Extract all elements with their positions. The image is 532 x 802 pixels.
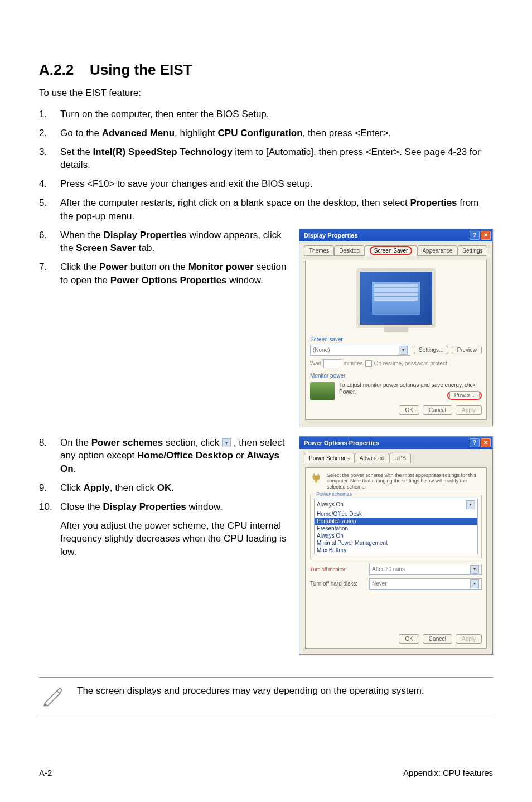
wait-minutes: minutes [344, 360, 363, 366]
window-title: Power Options Properties [304, 439, 379, 446]
step-num: 5. [39, 196, 60, 223]
dd-item-home[interactable]: Home/Office Desk [315, 510, 477, 518]
wait-spinner[interactable] [323, 359, 341, 368]
tab-power-schemes[interactable]: Power Schemes [304, 453, 355, 463]
chevron-down-icon: ▾ [470, 579, 479, 588]
section-number: A.2.2 [39, 61, 74, 78]
footer-section: Appendix: CPU features [403, 768, 493, 777]
tab-advanced[interactable]: Advanced [355, 453, 389, 463]
ok-button[interactable]: OK [399, 405, 419, 415]
turnoff-monitor-label: Turn off monitor: [310, 567, 366, 572]
step-4: Press <F10> to save your changes and exi… [60, 177, 493, 191]
wait-label: Wait [310, 360, 321, 366]
step-6: When the Display Properties window appea… [60, 229, 289, 255]
section-heading: A.2.2 Using the EIST [39, 61, 493, 79]
turnoff-monitor-select[interactable]: After 20 mins▾ [369, 564, 482, 575]
tab-ups[interactable]: UPS [389, 453, 411, 463]
tab-appearance[interactable]: Appearance [417, 245, 457, 256]
power-desc: Select the power scheme with the most ap… [327, 472, 482, 490]
resume-checkbox[interactable] [365, 360, 372, 367]
dd-item-minimal[interactable]: Minimal Power Management [315, 539, 477, 547]
step-num: 2. [39, 127, 60, 140]
dd-item-presentation[interactable]: Presentation [315, 525, 477, 532]
dd-item-always[interactable]: Always On [315, 532, 477, 539]
titlebar: Display Properties ? ✕ [299, 229, 492, 241]
settings-button[interactable]: Settings... [414, 346, 448, 354]
power-options-window: Power Options Properties ? ✕ Power Schem… [299, 436, 493, 655]
note-text: The screen displays and procedures may v… [77, 684, 493, 698]
pencil-note-icon [39, 684, 67, 709]
step-7: Click the Power button on the Monitor po… [60, 260, 289, 287]
step-5: After the computer restarts, right click… [60, 196, 493, 223]
tab-screensaver[interactable]: Screen Saver [365, 245, 418, 256]
page-number: A-2 [39, 768, 52, 777]
display-properties-window: Display Properties ? ✕ Themes Desktop Sc… [299, 229, 493, 426]
close-icon[interactable]: ✕ [481, 438, 491, 447]
ok-button[interactable]: OK [399, 634, 419, 644]
tab-themes[interactable]: Themes [304, 245, 334, 256]
cancel-button[interactable]: Cancel [423, 634, 452, 644]
step-num: 8. [39, 436, 60, 476]
window-title: Display Properties [304, 232, 358, 239]
step-num: 10. [39, 500, 60, 514]
screensaver-select[interactable]: (None)▾ [310, 345, 410, 356]
note-box: The screen displays and procedures may v… [39, 677, 493, 716]
chevron-down-icon: ▾ [222, 438, 231, 447]
step-9: Click Apply, then click OK. [60, 481, 289, 495]
step-3: Set the Intel(R) SpeedStep Technology it… [60, 146, 493, 172]
step-10-after: After you adjust the power scheme, the C… [60, 519, 289, 559]
power-schemes-label: Power schemes [314, 491, 354, 497]
close-icon[interactable]: ✕ [481, 231, 491, 240]
cancel-button[interactable]: Cancel [423, 405, 452, 415]
step-num: 9. [39, 481, 60, 495]
intro-text: To use the EIST feature: [39, 88, 493, 99]
power-scheme-select[interactable]: Always On▾ Home/Office Desk Portable/Lap… [314, 499, 478, 554]
titlebar: Power Options Properties ? ✕ [299, 437, 492, 449]
tab-desktop[interactable]: Desktop [334, 245, 365, 256]
power-button[interactable]: Power... [449, 391, 480, 399]
turnoff-hd-select[interactable]: Never▾ [369, 578, 482, 590]
chevron-down-icon: ▾ [466, 500, 475, 509]
step-num: 4. [39, 177, 60, 191]
step-num: 6. [39, 229, 60, 255]
step-10: Close the Display Properties window. [60, 500, 289, 514]
apply-button[interactable]: Apply [456, 634, 482, 644]
dd-item-portable[interactable]: Portable/Laptop [315, 518, 477, 525]
turnoff-hd-label: Turn off hard disks: [310, 581, 366, 587]
monitor-power-group-label: Monitor power [310, 373, 482, 379]
step-2: Go to the Advanced Menu, highlight CPU C… [60, 127, 493, 140]
power-plug-icon [310, 472, 322, 485]
dd-item-maxbat[interactable]: Max Battery [315, 547, 477, 554]
screensaver-group-label: Screen saver [310, 336, 482, 342]
tab-settings[interactable]: Settings [457, 245, 487, 256]
chevron-down-icon: ▾ [470, 565, 479, 574]
step-num: 1. [39, 108, 60, 121]
preview-button[interactable]: Preview [452, 346, 482, 354]
step-num: 3. [39, 146, 60, 172]
step-8: On the Power schemes section, click ▾ , … [60, 436, 289, 476]
resume-label: On resume, password protect [374, 360, 447, 366]
help-icon[interactable]: ? [470, 231, 480, 240]
step-1: Turn on the computer, then enter the BIO… [60, 108, 493, 121]
step-num: 7. [39, 260, 60, 287]
apply-button[interactable]: Apply [456, 405, 482, 415]
monitor-preview [310, 265, 482, 332]
help-icon[interactable]: ? [470, 438, 480, 447]
monitor-power-icon [310, 382, 335, 400]
section-title-text: Using the EIST [90, 61, 192, 78]
chevron-down-icon: ▾ [399, 346, 408, 355]
